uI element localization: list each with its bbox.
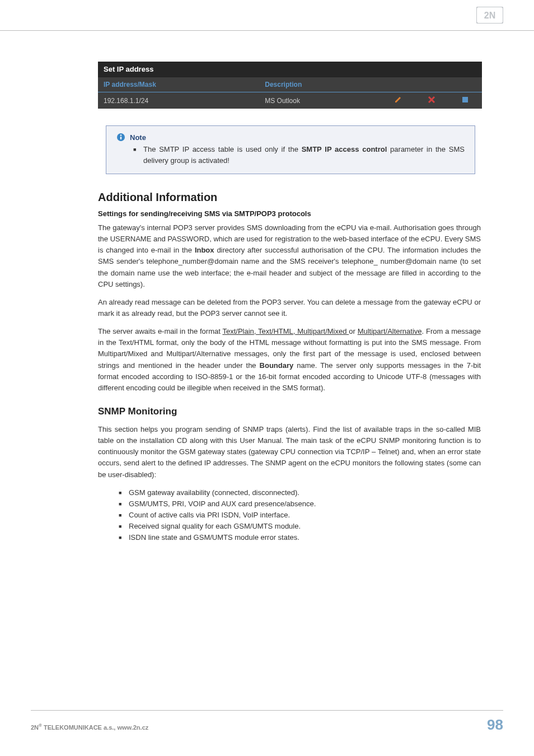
svg-rect-2 [462, 97, 468, 102]
list-item: ISDN line state and GSM/UMTS module erro… [129, 532, 481, 543]
paragraph-snmp: This section helps you program sending o… [98, 424, 481, 480]
note-label: Note [130, 133, 146, 142]
table-header-description: Description [259, 77, 381, 92]
footer-company: 2N® TELEKOMUNIKACE a.s., www.2n.cz [31, 723, 148, 731]
set-ip-address-table: Set IP address IP address/Mask Descripti… [98, 62, 482, 109]
note-item: The SMTP IP access table is used only if… [143, 144, 465, 166]
note-box: Note The SMTP IP access table is used on… [106, 125, 475, 174]
paragraph-read-message: An already read message can be deleted f… [98, 297, 481, 319]
note-title: Note [116, 133, 465, 142]
list-item: Received signal quality for each GSM/UMT… [129, 521, 481, 532]
logo-2n: 2N [476, 7, 503, 25]
stop-icon[interactable] [448, 92, 482, 109]
table-header-ip: IP address/Mask [98, 77, 259, 92]
delete-icon[interactable] [415, 92, 448, 109]
page-footer: 2N® TELEKOMUNIKACE a.s., www.2n.cz 98 [31, 710, 503, 734]
svg-rect-5 [120, 137, 121, 139]
heading-settings: Settings for sending/receiving SMS via S… [98, 209, 481, 218]
table-title: Set IP address [98, 62, 482, 77]
list-item: GSM/UMTS, PRI, VOIP and AUX card presenc… [129, 498, 481, 510]
heading-snmp: SNMP Monitoring [98, 406, 481, 417]
page-number: 98 [487, 716, 503, 734]
svg-point-4 [120, 134, 122, 136]
list-item: Count of active calls via PRI ISDN, VoIP… [129, 510, 481, 521]
edit-icon[interactable] [381, 92, 415, 109]
paragraph-format: The server awaits e-mail in the format T… [98, 326, 481, 394]
ip-address-value: 192.168.1.1/24 [98, 92, 259, 109]
list-item: GSM gateway availability (connected, dis… [129, 487, 481, 498]
states-list: GSM gateway availability (connected, dis… [98, 487, 481, 544]
description-value: MS Outlook [259, 92, 381, 109]
table-row: 192.168.1.1/24 MS Outlook [98, 92, 482, 109]
heading-additional-information: Additional Information [98, 191, 481, 204]
page-header: 2N [0, 0, 534, 31]
paragraph-pop3: The gateway's internal POP3 server provi… [98, 222, 481, 290]
info-icon [116, 133, 125, 142]
svg-text:2N: 2N [484, 11, 495, 20]
page-content: Set IP address IP address/Mask Descripti… [98, 62, 481, 543]
